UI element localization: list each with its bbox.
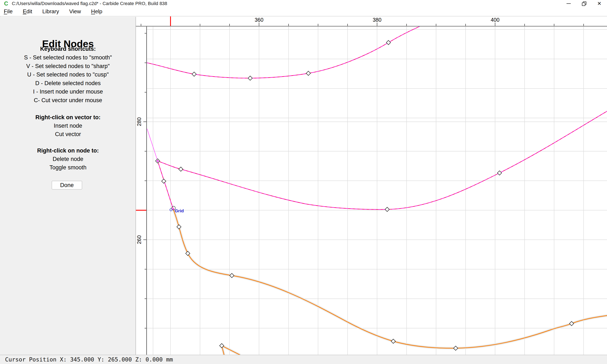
ruler-tick (200, 24, 200, 26)
edit-nodes-panel: Edit Nodes Keyboard shortcuts:S - Set se… (0, 17, 136, 355)
minimize-button[interactable] (561, 0, 576, 7)
grid-snap-tooltip: Grid (175, 208, 184, 213)
ruler-tick (145, 328, 146, 328)
ruler-tick (554, 24, 554, 26)
node-diamond[interactable] (497, 171, 502, 175)
ruler-label: 280 (136, 116, 142, 128)
window-title: C:/Users/willa/Downloads/waved flag.c2d*… (12, 0, 167, 7)
restore-button[interactable] (576, 0, 592, 7)
ruler-tick (495, 23, 495, 26)
snap-point-dot (173, 208, 174, 210)
ruler-tick (347, 24, 348, 26)
node-diamond[interactable] (454, 346, 458, 351)
menu-item-file[interactable]: File (1, 7, 16, 16)
pink-curve-top[interactable] (147, 26, 419, 78)
ruler-tick (145, 92, 146, 92)
ruler-tick (143, 239, 146, 240)
horizontal-ruler: 360380400 (136, 16, 607, 26)
menu-bar: FileEditLibraryViewHelp (0, 7, 607, 16)
help-line: C- Cut vector under mouse (0, 97, 136, 104)
title-bar: C C:/Users/willa/Downloads/waved flag.c2… (0, 0, 607, 7)
menu-item-help[interactable]: Help (88, 7, 106, 16)
orange-curve-main[interactable] (173, 209, 607, 348)
ruler-tick (145, 151, 146, 151)
window-controls: ✕ (561, 0, 607, 7)
design-canvas[interactable]: Grid (147, 26, 607, 355)
section-title: Right-click on node to: (0, 147, 136, 154)
ruler-tick (436, 24, 436, 26)
ruler-tick (145, 63, 146, 63)
help-line: I - Insert node under mouse (0, 88, 136, 95)
ruler-tick (145, 181, 146, 181)
ruler-tick (145, 269, 146, 269)
orange-curve-main-halo (173, 209, 607, 348)
menu-item-view[interactable]: View (66, 7, 84, 16)
selected-node-dot (157, 160, 158, 162)
help-line: Delete node (0, 156, 136, 163)
menu-item-edit[interactable]: Edit (20, 7, 35, 16)
menu-item-library[interactable]: Library (39, 7, 62, 16)
ruler-label: 360 (251, 17, 267, 23)
ruler-label: 380 (369, 17, 385, 23)
close-icon: ✕ (597, 1, 601, 6)
app-window: C C:/Users/willa/Downloads/waved flag.c2… (0, 0, 607, 364)
help-line: Cut vector (0, 130, 136, 138)
ruler-tick (145, 33, 146, 34)
vertical-ruler: 280260 (136, 26, 147, 355)
ruler-tick (465, 24, 466, 26)
ruler-tick (288, 24, 289, 26)
help-line: Toggle smooth (0, 164, 136, 171)
node-diamond[interactable] (162, 179, 166, 183)
pink-curve-top-selection-dash (147, 26, 419, 78)
carbide-create-logo-icon: C (3, 0, 9, 7)
help-line: U - Set selected nodes to "cusp" (0, 71, 136, 78)
selected-node-handle-line[interactable] (147, 129, 158, 161)
ruler-tick (583, 24, 584, 26)
node-diamond[interactable] (385, 207, 389, 212)
ruler-label: 260 (136, 234, 142, 246)
help-line: V - Set selected nodes to "sharp" (0, 63, 136, 70)
node-diamond[interactable] (192, 72, 197, 77)
done-button[interactable]: Done (52, 181, 82, 190)
help-line: D - Delete selected nodes (0, 80, 136, 87)
close-button[interactable]: ✕ (592, 0, 607, 7)
ruler-tick (377, 23, 377, 26)
ruler-label: 400 (487, 17, 503, 23)
section-title: Right-click on vector to: (0, 114, 136, 121)
ruler-tick (524, 24, 525, 26)
cursor-position-readout: Cursor Position X: 345.000 Y: 265.000 Z:… (5, 355, 173, 364)
restore-icon (582, 1, 586, 6)
help-line: Insert node (0, 122, 136, 129)
pink-curve-middle[interactable] (158, 111, 607, 209)
grid-snap-circle-icon (170, 209, 172, 211)
ruler-tick (145, 299, 146, 299)
ruler-tick (259, 23, 259, 26)
cursor-y-marker (136, 210, 146, 211)
node-diamond[interactable] (248, 76, 252, 80)
ruler-tick (406, 24, 407, 26)
ruler-tick (141, 24, 141, 26)
node-diamond[interactable] (306, 71, 311, 76)
ruler-tick (143, 122, 146, 122)
section-title: Keyboard shortcuts: (0, 45, 136, 52)
minimize-icon (567, 3, 571, 4)
ruler-tick (229, 24, 230, 26)
cursor-x-marker (170, 16, 171, 26)
node-diamond[interactable] (386, 40, 391, 45)
status-bar: Cursor Position X: 345.000 Y: 265.000 Z:… (0, 355, 607, 364)
pink-curve-middle-selection-dash (158, 111, 607, 209)
ruler-tick (318, 24, 318, 26)
node-diamond[interactable] (179, 167, 183, 171)
help-line: S - Set selected nodes to "smooth" (0, 54, 136, 61)
